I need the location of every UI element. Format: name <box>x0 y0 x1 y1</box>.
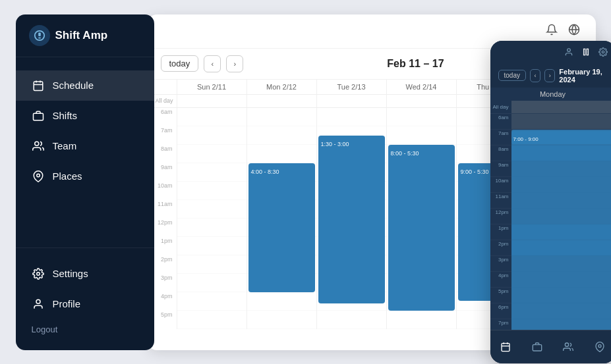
sidebar-bottom: Settings Profile Logout <box>16 247 154 350</box>
col-sun <box>177 108 247 329</box>
settings-label: Settings <box>53 268 88 279</box>
sidebar-item-shifts[interactable]: Shifts <box>16 101 154 131</box>
shift-tue[interactable]: 1:30 - 3:00 <box>318 136 385 303</box>
day-header-0: Sun 2/11 <box>177 80 247 94</box>
sidebar-item-team[interactable]: Team <box>16 131 154 161</box>
users-icon <box>32 140 45 153</box>
mobile-footer-users[interactable] <box>558 337 578 357</box>
mobile-footer-calendar[interactable] <box>496 337 515 357</box>
today-button[interactable]: today <box>161 55 199 72</box>
mobile-pause-icon[interactable] <box>581 47 591 59</box>
places-label: Places <box>53 170 82 182</box>
app-name: Shift Amp <box>55 29 108 42</box>
mobile-main-shift[interactable] <box>511 130 612 330</box>
sidebar-item-profile[interactable]: Profile <box>16 289 154 319</box>
prev-button[interactable]: ‹ <box>204 55 221 72</box>
mobile-footer-briefcase[interactable] <box>527 337 547 357</box>
mobile-footer-pin[interactable] <box>590 337 610 357</box>
mobile-row-7am: 7am 7:00 - 9:00 <box>490 130 612 145</box>
team-label: Team <box>53 140 77 151</box>
svg-point-10 <box>36 272 40 275</box>
svg-point-8 <box>34 142 38 145</box>
svg-rect-18 <box>502 343 509 351</box>
shifts-label: Shifts <box>53 110 78 121</box>
mobile-body[interactable]: All day 6am 7am 7:00 - 9:00 <box>490 101 612 330</box>
mobile-all-day-label: All day <box>490 101 511 113</box>
mobile-panel: today ‹ › February 19, 2024 Monday All d… <box>490 41 612 363</box>
svg-rect-7 <box>33 113 43 120</box>
col-mon: 4:00 - 8:30 <box>247 108 316 329</box>
mobile-gear-icon[interactable] <box>598 47 608 59</box>
profile-label: Profile <box>53 298 81 309</box>
svg-rect-15 <box>583 49 585 55</box>
mobile-shift-label[interactable]: 7:00 - 9:00 <box>511 131 612 144</box>
briefcase-icon <box>32 109 45 122</box>
svg-point-11 <box>36 299 40 303</box>
mobile-today-button[interactable]: today <box>498 70 526 81</box>
col-tue: 1:30 - 3:00 <box>316 108 386 329</box>
bell-icon[interactable] <box>546 24 558 39</box>
mobile-all-day: All day <box>490 101 612 114</box>
mobile-footer <box>490 330 612 363</box>
svg-rect-3 <box>34 82 43 91</box>
schedule-label: Schedule <box>53 80 94 91</box>
svg-rect-16 <box>587 49 588 55</box>
mobile-person-icon[interactable] <box>564 47 573 59</box>
svg-point-17 <box>602 51 604 53</box>
app-logo: Shift Amp <box>16 14 154 57</box>
globe-icon[interactable] <box>568 24 580 39</box>
day-header-1: Mon 2/12 <box>247 80 316 94</box>
mobile-next-button[interactable]: › <box>544 69 555 82</box>
day-header-2: Tue 2/13 <box>316 80 386 94</box>
mobile-day-label: Monday <box>490 88 612 101</box>
mobile-time-grid: 6am 7am 7:00 - 9:00 8am 9am <box>490 114 612 330</box>
pin-icon <box>32 170 45 183</box>
svg-rect-22 <box>533 344 541 350</box>
mobile-header-icons <box>564 47 608 59</box>
logo-icon <box>29 25 50 46</box>
svg-point-9 <box>36 174 40 177</box>
mobile-row-6am: 6am <box>490 114 612 130</box>
svg-point-23 <box>566 343 569 346</box>
sidebar: Shift Amp Schedule <box>16 14 154 350</box>
svg-point-14 <box>567 48 570 51</box>
sidebar-item-settings[interactable]: Settings <box>16 259 154 289</box>
mobile-prev-button[interactable]: ‹ <box>530 69 540 82</box>
calendar-icon <box>32 79 45 92</box>
mobile-date: February 19, 2024 <box>559 68 607 84</box>
mobile-header <box>490 41 612 64</box>
svg-rect-1 <box>38 32 41 36</box>
svg-rect-2 <box>38 37 41 38</box>
shift-wed[interactable]: 8:00 - 5:30 <box>388 145 455 311</box>
main-nav: Schedule Shifts <box>16 57 154 247</box>
col-wed: 8:00 - 5:30 <box>386 108 456 329</box>
shift-mon[interactable]: 4:00 - 8:30 <box>248 163 315 292</box>
person-icon <box>32 298 45 311</box>
day-header-3: Wed 2/14 <box>386 80 456 94</box>
mobile-nav: today ‹ › February 19, 2024 <box>490 64 612 88</box>
svg-point-24 <box>598 344 601 347</box>
sidebar-item-places[interactable]: Places <box>16 161 154 192</box>
gear-icon <box>32 267 45 280</box>
next-button[interactable]: › <box>226 55 243 72</box>
header-actions <box>546 24 580 39</box>
sidebar-item-schedule[interactable]: Schedule <box>16 70 154 101</box>
logout-link[interactable]: Logout <box>16 319 154 340</box>
